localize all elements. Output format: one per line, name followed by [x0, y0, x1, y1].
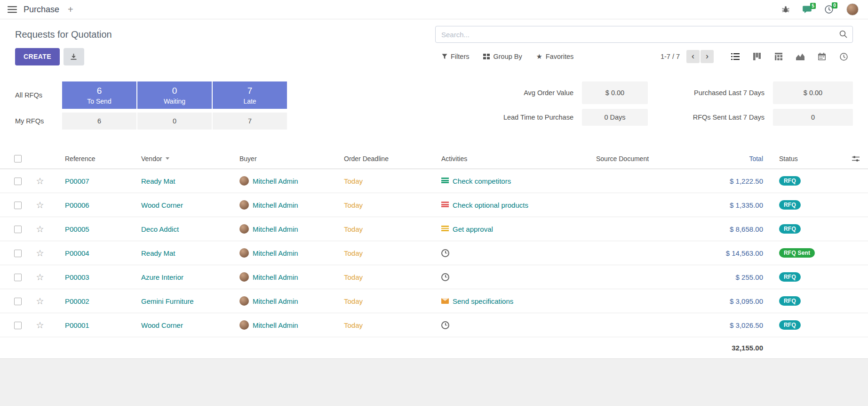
row-checkbox[interactable]: [14, 226, 22, 233]
activity-label[interactable]: Get approval: [453, 225, 493, 233]
favorite-star-icon[interactable]: ☆: [36, 320, 44, 330]
list-view-button[interactable]: [726, 49, 745, 64]
topbar: Purchase + 5 0: [0, 0, 868, 19]
graph-view-button[interactable]: [791, 49, 810, 64]
my-waiting-count[interactable]: 0: [137, 113, 212, 130]
pivot-view-button[interactable]: [769, 49, 788, 64]
messages-icon[interactable]: 5: [803, 6, 812, 14]
activities-clock-icon[interactable]: 0: [825, 5, 833, 14]
table-row[interactable]: ☆ P00002 Gemini Furniture Mitchell Admin…: [0, 289, 868, 313]
reference-link[interactable]: P00003: [65, 273, 89, 281]
all-rfqs-label[interactable]: All RFQs: [15, 91, 61, 99]
activity-label[interactable]: Send specifications: [453, 297, 513, 305]
activity-icon[interactable]: [441, 178, 449, 184]
activity-label[interactable]: Check competitors: [453, 177, 511, 185]
reference-link[interactable]: P00004: [65, 249, 89, 257]
row-checkbox[interactable]: [14, 250, 22, 257]
search-icon[interactable]: [839, 30, 847, 38]
buyer-link[interactable]: Mitchell Admin: [253, 201, 298, 209]
header-buyer[interactable]: Buyer: [227, 155, 332, 162]
optional-columns-button[interactable]: [844, 155, 868, 162]
my-rfqs-label[interactable]: My RFQs: [15, 117, 61, 125]
buyer-link[interactable]: Mitchell Admin: [253, 177, 298, 185]
buyer-link[interactable]: Mitchell Admin: [253, 249, 298, 257]
vendor-link[interactable]: Ready Mat: [141, 249, 175, 257]
header-source-document[interactable]: Source Document: [584, 155, 693, 162]
buyer-link[interactable]: Mitchell Admin: [253, 225, 298, 233]
pager-previous-button[interactable]: ‹: [686, 50, 700, 63]
purchase-app: Purchase + 5 0 Requests for Quotation: [0, 0, 868, 359]
kanban-view-button[interactable]: [748, 49, 766, 64]
favorite-star-icon[interactable]: ☆: [36, 224, 44, 234]
row-checkbox[interactable]: [14, 298, 22, 305]
export-button[interactable]: [64, 48, 84, 65]
buyer-link[interactable]: Mitchell Admin: [253, 297, 298, 305]
activity-icon[interactable]: [441, 202, 449, 208]
table-row[interactable]: ☆ P00005 Deco Addict Mitchell Admin Toda…: [0, 217, 868, 241]
apps-menu-icon[interactable]: [8, 6, 17, 13]
reference-link[interactable]: P00007: [65, 177, 89, 185]
header-vendor[interactable]: Vendor: [129, 155, 227, 162]
table-row[interactable]: ☆ P00007 Ready Mat Mitchell Admin Today …: [0, 169, 868, 193]
row-checkbox[interactable]: [14, 322, 22, 329]
table-row[interactable]: ☆ P00006 Wood Corner Mitchell Admin Toda…: [0, 193, 868, 217]
reference-link[interactable]: P00005: [65, 225, 89, 233]
vendor-link[interactable]: Deco Addict: [141, 225, 179, 233]
buyer-link[interactable]: Mitchell Admin: [253, 273, 298, 281]
favorite-star-icon[interactable]: ☆: [36, 200, 44, 210]
calendar-view-button[interactable]: [812, 49, 831, 64]
row-checkbox[interactable]: [14, 274, 22, 281]
activity-view-button[interactable]: [834, 49, 853, 64]
table-row[interactable]: ☆ P00003 Azure Interior Mitchell Admin T…: [0, 265, 868, 289]
header-activities[interactable]: Activities: [429, 155, 584, 162]
filters-button[interactable]: Filters: [442, 53, 469, 60]
vendor-link[interactable]: Ready Mat: [141, 177, 175, 185]
select-all-checkbox[interactable]: [14, 155, 22, 162]
order-deadline-value: Today: [344, 249, 363, 257]
reference-link[interactable]: P00006: [65, 201, 89, 209]
create-button[interactable]: CREATE: [15, 48, 60, 65]
favorite-star-icon[interactable]: ☆: [36, 272, 44, 282]
buyer-link[interactable]: Mitchell Admin: [253, 321, 298, 329]
group-by-button[interactable]: Group By: [483, 53, 522, 60]
activity-icon[interactable]: [441, 298, 449, 304]
header-total[interactable]: Total: [693, 155, 775, 162]
header-reference[interactable]: Reference: [53, 155, 129, 162]
my-to-send-count[interactable]: 6: [62, 113, 136, 130]
table-row[interactable]: ☆ P00004 Ready Mat Mitchell Admin Today …: [0, 241, 868, 265]
tile-to-send[interactable]: 6 To Send: [62, 81, 136, 109]
row-checkbox[interactable]: [14, 202, 22, 209]
pager-next-button[interactable]: ›: [701, 50, 714, 63]
vendor-link[interactable]: Wood Corner: [141, 321, 183, 329]
debug-bug-icon[interactable]: [782, 6, 789, 13]
vendor-link[interactable]: Azure Interior: [141, 273, 183, 281]
tile-late[interactable]: 7 Late: [213, 81, 287, 109]
table-row[interactable]: ☆ P00001 Wood Corner Mitchell Admin Toda…: [0, 313, 868, 337]
row-checkbox[interactable]: [14, 178, 22, 185]
favorite-star-icon[interactable]: ☆: [36, 248, 44, 258]
vendor-link[interactable]: Wood Corner: [141, 201, 183, 209]
kpi-avg-order-value[interactable]: $ 0.00: [582, 81, 648, 104]
activity-label[interactable]: Check optional products: [453, 201, 528, 209]
header-status[interactable]: Status: [775, 155, 844, 162]
tile-waiting[interactable]: 0 Waiting: [137, 81, 212, 109]
favorite-star-icon[interactable]: ☆: [36, 296, 44, 306]
kpi-purchased-last-7-days[interactable]: $ 0.00: [773, 81, 853, 104]
header-order-deadline[interactable]: Order Deadline: [332, 155, 429, 162]
activity-icon[interactable]: [441, 321, 449, 329]
plus-icon[interactable]: +: [66, 5, 75, 14]
favorite-star-icon[interactable]: ☆: [36, 176, 44, 186]
favorites-button[interactable]: ★ Favorites: [536, 53, 574, 60]
user-avatar[interactable]: [846, 3, 859, 16]
reference-link[interactable]: P00002: [65, 297, 89, 305]
activity-icon[interactable]: [441, 249, 449, 257]
reference-link[interactable]: P00001: [65, 321, 89, 329]
activity-icon[interactable]: [441, 226, 449, 232]
kpi-rfqs-sent[interactable]: 0: [773, 109, 853, 126]
vendor-link[interactable]: Gemini Furniture: [141, 297, 194, 305]
my-late-count[interactable]: 7: [213, 113, 287, 130]
app-name[interactable]: Purchase: [24, 5, 59, 15]
kpi-lead-time[interactable]: 0 Days: [582, 109, 648, 126]
activity-icon[interactable]: [441, 273, 449, 281]
search-input[interactable]: [435, 26, 853, 43]
